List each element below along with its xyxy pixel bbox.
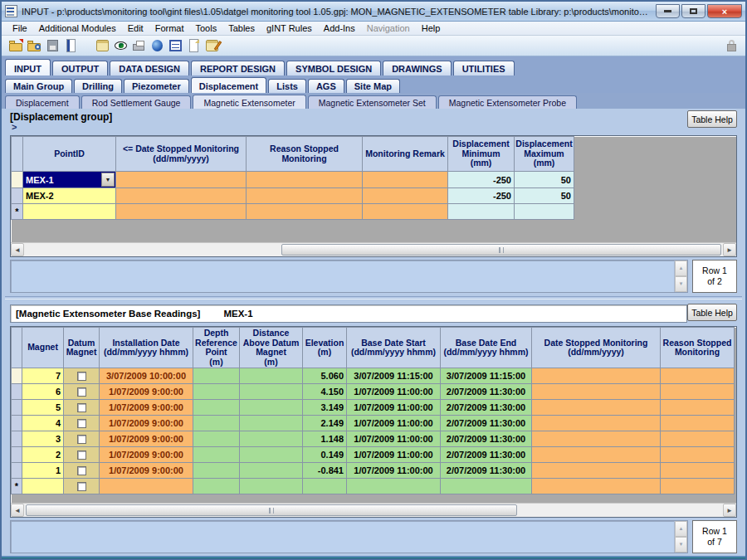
cell-elevation[interactable]: 0.149 (303, 447, 347, 463)
menu-tables[interactable]: Tables (222, 22, 261, 34)
cell-elevation[interactable]: 4.150 (303, 384, 347, 400)
tab-output[interactable]: OUTPUT (52, 61, 108, 75)
tab-main-group[interactable]: Main Group (5, 79, 72, 93)
cell-depth-reference[interactable] (193, 479, 240, 494)
tab-piezometer[interactable]: Piezometer (124, 79, 189, 93)
cell-datum-magnet[interactable] (64, 368, 100, 384)
scroll-right-icon[interactable]: ► (723, 504, 736, 517)
cell-base-date-end[interactable]: 2/07/2009 11:30:00 (441, 463, 532, 479)
cell-distance-above[interactable] (240, 479, 303, 494)
cell-reason-stopped[interactable] (661, 479, 735, 494)
cell-base-date-start[interactable]: 1/07/2009 11:00:00 (347, 447, 441, 463)
tab-symbol-design[interactable]: SYMBOL DESIGN (286, 61, 381, 75)
cell-date-stopped[interactable] (532, 416, 661, 431)
cell-magnet[interactable]: 7 (22, 368, 64, 384)
tab-drawings[interactable]: DRAWINGS (383, 61, 452, 75)
cell-reason-stopped[interactable] (661, 431, 735, 447)
close-button[interactable]: × (707, 4, 742, 18)
cell-distance-above[interactable] (240, 463, 303, 479)
cell-magnet[interactable]: 4 (22, 416, 64, 431)
cell-base-date-end[interactable]: 3/07/2009 11:15:00 (441, 368, 532, 384)
tab-report-design[interactable]: REPORT DESIGN (191, 61, 285, 75)
cell-magnet[interactable]: 1 (22, 463, 64, 479)
menu-edit[interactable]: Edit (122, 22, 149, 34)
cell-base-date-end[interactable]: 2/07/2009 11:30:00 (441, 431, 532, 447)
cell-date-stopped[interactable] (116, 204, 247, 220)
cell-date-stopped[interactable] (532, 479, 661, 494)
tab-displacement[interactable]: Displacement (191, 77, 267, 93)
print-button[interactable] (129, 37, 148, 55)
script-button[interactable] (93, 37, 111, 55)
cell-depth-reference[interactable] (193, 368, 240, 384)
row-selector[interactable] (12, 416, 22, 431)
cell-depth-reference[interactable] (193, 400, 240, 416)
cell-date-stopped[interactable] (532, 368, 661, 384)
file-browse-button[interactable] (25, 37, 43, 55)
tab-drilling[interactable]: Drilling (74, 79, 122, 93)
cell-installation-date[interactable]: 1/07/2009 9:00:00 (100, 416, 193, 431)
cell-datum-magnet[interactable] (64, 479, 100, 494)
cell-distance-above[interactable] (240, 416, 303, 431)
datum-magnet-checkbox[interactable] (77, 387, 86, 397)
cell-distance-above[interactable] (240, 447, 303, 463)
cell-date-stopped[interactable] (116, 188, 247, 204)
edit-script-button[interactable] (203, 37, 221, 55)
datum-magnet-checkbox[interactable] (77, 372, 86, 381)
cell-reason-stopped[interactable] (661, 447, 735, 463)
col-base-date-end[interactable]: Base Date End (dd/mm/yyyy hhmm) (441, 328, 532, 368)
col-distance-above-datum[interactable]: Distance Above Datum Magnet (m) (240, 328, 303, 368)
cell-elevation[interactable]: 1.148 (303, 431, 347, 447)
tab-input[interactable]: INPUT (5, 59, 51, 75)
cell-reason-stopped[interactable] (247, 188, 363, 204)
cell-date-stopped[interactable] (532, 431, 661, 447)
cell-base-date-start[interactable] (347, 479, 441, 494)
cell-base-date-start[interactable]: 3/07/2009 11:15:00 (347, 368, 441, 384)
row-selector[interactable] (12, 368, 22, 384)
tab-data-design[interactable]: DATA DESIGN (110, 61, 189, 75)
cell-magnet[interactable]: 3 (22, 431, 64, 447)
cell-magnet[interactable]: 6 (22, 384, 64, 400)
row-selector[interactable] (12, 188, 23, 204)
report-button[interactable] (61, 37, 80, 55)
menu-file[interactable]: File (7, 22, 33, 34)
cell-installation-date[interactable]: 1/07/2009 9:00:00 (100, 400, 193, 416)
cell-magnet[interactable]: 2 (22, 447, 64, 463)
cell-depth-reference[interactable] (193, 431, 240, 447)
cell-disp-max[interactable]: 50 (515, 188, 574, 204)
menu-help[interactable]: Help (416, 22, 447, 34)
scroll-thumb[interactable] (26, 504, 517, 516)
cell-disp-min[interactable]: -250 (448, 172, 515, 188)
table2-memo-box[interactable]: ▲ ▼ (10, 520, 688, 553)
new-row-selector[interactable]: * (12, 204, 23, 220)
scroll-left-icon[interactable]: ◄ (11, 504, 24, 517)
cell-installation-date[interactable]: 1/07/2009 9:00:00 (100, 384, 193, 400)
col-date-stopped[interactable]: <= Date Stopped Monitoring (dd/mm/yyyy) (116, 137, 247, 172)
title-bar[interactable]: INPUT - p:\products\monitoring tool\gint… (2, 2, 745, 22)
cell-base-date-end[interactable]: 2/07/2009 11:30:00 (441, 400, 532, 416)
datum-magnet-checkbox[interactable] (77, 482, 86, 491)
tab-site-map[interactable]: Site Map (346, 79, 400, 93)
datum-magnet-checkbox[interactable] (77, 419, 86, 428)
cell-installation-date[interactable] (100, 479, 193, 494)
cell-reason-stopped[interactable] (661, 400, 735, 416)
spin-down-icon[interactable]: ▼ (675, 537, 687, 553)
cell-disp-min[interactable]: -250 (448, 188, 515, 204)
col-date-stopped[interactable]: Date Stopped Monitoring (dd/mm/yyyy) (532, 328, 661, 368)
table-list-button[interactable] (166, 37, 184, 55)
cell-pointid[interactable]: MEX-2 (23, 188, 116, 204)
cell-datum-magnet[interactable] (64, 416, 100, 431)
datum-magnet-checkbox[interactable] (77, 403, 86, 412)
corner-selector[interactable] (12, 328, 22, 368)
table-help-button-1[interactable]: Table Help (687, 110, 737, 128)
menu-tools[interactable]: Tools (190, 22, 223, 34)
col-pointid[interactable]: PointID (23, 137, 116, 172)
cell-base-date-start[interactable]: 1/07/2009 11:00:00 (347, 463, 441, 479)
col-monitoring-remark[interactable]: Monitoring Remark (363, 137, 448, 172)
spin-down-icon[interactable]: ▼ (675, 276, 687, 292)
cell-depth-reference[interactable] (193, 384, 240, 400)
open-project-button[interactable] (7, 37, 25, 55)
cell-installation-date[interactable]: 1/07/2009 9:00:00 (100, 447, 193, 463)
menu-add-ins[interactable]: Add-Ins (318, 22, 361, 34)
col-elevation[interactable]: Elevation (m) (303, 328, 347, 368)
maximize-button[interactable] (681, 4, 706, 18)
